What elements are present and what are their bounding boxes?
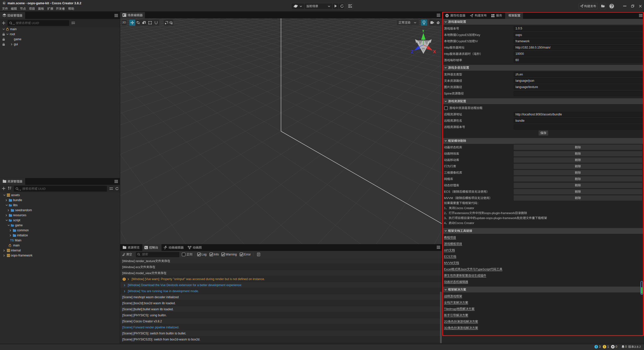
svg-text:X: X: [433, 49, 436, 54]
svg-text:Z: Z: [411, 49, 414, 54]
svg-text:Y: Y: [422, 30, 425, 33]
